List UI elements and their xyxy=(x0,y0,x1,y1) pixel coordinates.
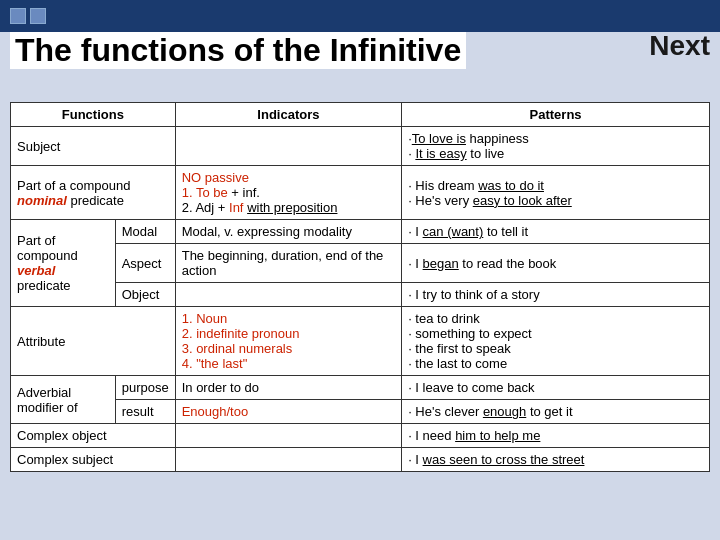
dot1 xyxy=(10,8,26,24)
ind-verbal-aspect: The beginning, duration, end of the acti… xyxy=(175,244,401,283)
func-adverbial: Adverbial modifier of xyxy=(11,376,116,424)
top-bar-dots xyxy=(10,8,46,24)
ind-verbal-modal: Modal, v. expressing modality xyxy=(175,220,401,244)
ind-subject xyxy=(175,127,401,166)
ind-complex-obj xyxy=(175,424,401,448)
pat-attribute: · tea to drink · something to expect · t… xyxy=(402,307,710,376)
pat-verbal-aspect: · I began to read the book xyxy=(402,244,710,283)
table-header-row: Functions Indicators Patterns xyxy=(11,103,710,127)
functions-table-main: Functions Indicators Patterns Subject ·T… xyxy=(10,102,710,472)
pat-subject: ·To love is happiness · It is easy to li… xyxy=(402,127,710,166)
row-complex-subject: Complex subject · I was seen to cross th… xyxy=(11,448,710,472)
func-verbal: Part of compoundverbalpredicate xyxy=(11,220,116,307)
main-content: // Remove the incorrectly built table an… xyxy=(0,32,720,482)
func-attribute: Attribute xyxy=(11,307,176,376)
ind-complex-subj xyxy=(175,448,401,472)
func-nominal: Part of a compoundnominal predicate xyxy=(11,166,176,220)
verbal-sub-object: Object xyxy=(115,283,175,307)
func-complex-obj: Complex object xyxy=(11,424,176,448)
row-adv-purpose: Adverbial modifier of purpose In order t… xyxy=(11,376,710,400)
row-complex-object: Complex object · I need him to help me xyxy=(11,424,710,448)
pat-complex-subj: · I was seen to cross the street xyxy=(402,448,710,472)
ind-verbal-object xyxy=(175,283,401,307)
row-adv-result: result Enough/too · He's clever enough t… xyxy=(11,400,710,424)
ind-adv-purpose: In order to do xyxy=(175,376,401,400)
adv-sub-purpose: purpose xyxy=(115,376,175,400)
row-verbal-modal: Part of compoundverbalpredicate Modal Mo… xyxy=(11,220,710,244)
pat-verbal-object: · I try to think of a story xyxy=(402,283,710,307)
row-verbal-object: Object · I try to think of a story xyxy=(11,283,710,307)
header-patterns: Patterns xyxy=(402,103,710,127)
ind-nominal: NO passive 1. To be + inf. 2. Adj + Inf … xyxy=(175,166,401,220)
pat-nominal: · His dream was to do it · He's very eas… xyxy=(402,166,710,220)
row-attribute: Attribute 1. Noun 2. indefinite pronoun … xyxy=(11,307,710,376)
pat-complex-obj: · I need him to help me xyxy=(402,424,710,448)
verbal-sub-modal: Modal xyxy=(115,220,175,244)
dot2 xyxy=(30,8,46,24)
page-title: The functions of the Infinitive xyxy=(10,32,466,69)
pat-adv-purpose: · I leave to come back xyxy=(402,376,710,400)
func-subject: Subject xyxy=(11,127,176,166)
row-verbal-aspect: Aspect The beginning, duration, end of t… xyxy=(11,244,710,283)
pat-verbal-modal: · I can (want) to tell it xyxy=(402,220,710,244)
pat-adv-result: · He's clever enough to get it xyxy=(402,400,710,424)
top-bar xyxy=(0,0,720,32)
verbal-sub-aspect: Aspect xyxy=(115,244,175,283)
ind-attribute: 1. Noun 2. indefinite pronoun 3. ordinal… xyxy=(175,307,401,376)
row-nominal: Part of a compoundnominal predicate NO p… xyxy=(11,166,710,220)
func-complex-subj: Complex subject xyxy=(11,448,176,472)
header-indicators: Indicators xyxy=(175,103,401,127)
adv-sub-result: result xyxy=(115,400,175,424)
ind-adv-result: Enough/too xyxy=(175,400,401,424)
header-functions: Functions xyxy=(11,103,176,127)
row-subject: Subject ·To love is happiness · It is ea… xyxy=(11,127,710,166)
